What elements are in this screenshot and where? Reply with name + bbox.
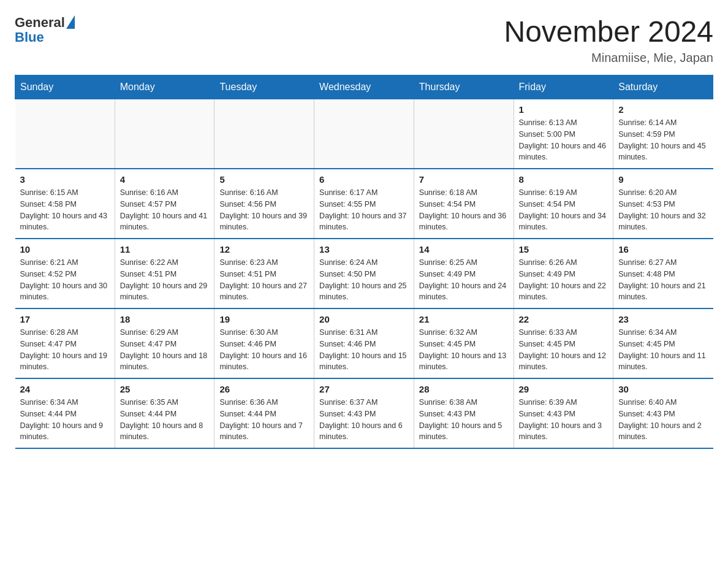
calendar-cell: 13Sunrise: 6:24 AMSunset: 4:50 PMDayligh… [314,239,414,308]
calendar-cell: 4Sunrise: 6:16 AMSunset: 4:57 PMDaylight… [115,169,214,239]
day-number: 27 [319,384,409,394]
day-info: Sunrise: 6:31 AMSunset: 4:46 PMDaylight:… [319,327,409,373]
day-info: Sunrise: 6:22 AMSunset: 4:51 PMDaylight:… [120,257,210,303]
day-info: Sunrise: 6:35 AMSunset: 4:44 PMDaylight:… [120,397,210,443]
calendar-cell: 22Sunrise: 6:33 AMSunset: 4:45 PMDayligh… [514,308,613,378]
day-number: 4 [120,174,210,185]
calendar-cell: 30Sunrise: 6:40 AMSunset: 4:43 PMDayligh… [613,378,713,448]
calendar-cell [414,99,514,169]
day-number: 5 [219,174,309,185]
calendar-cell: 6Sunrise: 6:17 AMSunset: 4:55 PMDaylight… [314,169,414,239]
day-info: Sunrise: 6:14 AMSunset: 4:59 PMDaylight:… [618,117,708,163]
day-number: 26 [219,384,309,394]
calendar-cell: 15Sunrise: 6:26 AMSunset: 4:49 PMDayligh… [514,239,613,308]
day-info: Sunrise: 6:21 AMSunset: 4:52 PMDaylight:… [20,257,110,303]
day-number: 1 [519,104,609,115]
day-info: Sunrise: 6:18 AMSunset: 4:54 PMDaylight:… [419,187,509,233]
weekday-header-row: SundayMondayTuesdayWednesdayThursdayFrid… [15,75,713,99]
day-number: 28 [419,384,509,394]
calendar-cell [15,99,115,169]
calendar-body: 1Sunrise: 6:13 AMSunset: 5:00 PMDaylight… [15,99,713,449]
calendar-week-row: 10Sunrise: 6:21 AMSunset: 4:52 PMDayligh… [15,239,713,308]
calendar-cell [314,99,414,169]
day-number: 18 [120,314,210,324]
weekday-header-saturday: Saturday [613,75,713,99]
day-number: 6 [319,174,409,185]
calendar-table: SundayMondayTuesdayWednesdayThursdayFrid… [15,75,713,449]
calendar-week-row: 3Sunrise: 6:15 AMSunset: 4:58 PMDaylight… [15,169,713,239]
weekday-header-monday: Monday [115,75,214,99]
day-info: Sunrise: 6:23 AMSunset: 4:51 PMDaylight:… [219,257,309,303]
day-info: Sunrise: 6:25 AMSunset: 4:49 PMDaylight:… [419,257,509,303]
calendar-cell: 1Sunrise: 6:13 AMSunset: 5:00 PMDaylight… [514,99,613,169]
weekday-header-thursday: Thursday [414,75,514,99]
day-info: Sunrise: 6:39 AMSunset: 4:43 PMDaylight:… [519,397,609,443]
calendar-cell: 11Sunrise: 6:22 AMSunset: 4:51 PMDayligh… [115,239,214,308]
calendar-cell: 5Sunrise: 6:16 AMSunset: 4:56 PMDaylight… [214,169,314,239]
calendar-cell [214,99,314,169]
weekday-header-wednesday: Wednesday [314,75,414,99]
calendar-week-row: 17Sunrise: 6:28 AMSunset: 4:47 PMDayligh… [15,308,713,378]
month-title: November 2024 [504,15,713,48]
day-number: 21 [419,314,509,324]
day-number: 12 [219,244,309,255]
day-number: 17 [20,314,110,324]
day-info: Sunrise: 6:30 AMSunset: 4:46 PMDaylight:… [219,327,309,373]
day-info: Sunrise: 6:38 AMSunset: 4:43 PMDaylight:… [419,397,509,443]
day-info: Sunrise: 6:24 AMSunset: 4:50 PMDaylight:… [319,257,409,303]
day-info: Sunrise: 6:40 AMSunset: 4:43 PMDaylight:… [618,397,708,443]
day-number: 14 [419,244,509,255]
day-number: 19 [219,314,309,324]
day-number: 16 [618,244,708,255]
day-info: Sunrise: 6:27 AMSunset: 4:48 PMDaylight:… [618,257,708,303]
logo-triangle-icon [66,15,75,29]
logo-general-text: General [15,15,65,31]
day-info: Sunrise: 6:16 AMSunset: 4:57 PMDaylight:… [120,187,210,233]
day-number: 30 [618,384,708,394]
day-info: Sunrise: 6:16 AMSunset: 4:56 PMDaylight:… [219,187,309,233]
logo-blue-text: Blue [15,29,44,45]
day-info: Sunrise: 6:26 AMSunset: 4:49 PMDaylight:… [519,257,609,303]
calendar-cell: 27Sunrise: 6:37 AMSunset: 4:43 PMDayligh… [314,378,414,448]
calendar-cell: 26Sunrise: 6:36 AMSunset: 4:44 PMDayligh… [214,378,314,448]
location-text: Minamiise, Mie, Japan [504,51,713,65]
title-area: November 2024 Minamiise, Mie, Japan [504,15,713,65]
day-info: Sunrise: 6:34 AMSunset: 4:45 PMDaylight:… [618,327,708,373]
day-info: Sunrise: 6:37 AMSunset: 4:43 PMDaylight:… [319,397,409,443]
weekday-header-tuesday: Tuesday [214,75,314,99]
calendar-cell: 28Sunrise: 6:38 AMSunset: 4:43 PMDayligh… [414,378,514,448]
day-info: Sunrise: 6:36 AMSunset: 4:44 PMDaylight:… [219,397,309,443]
calendar-cell: 20Sunrise: 6:31 AMSunset: 4:46 PMDayligh… [314,308,414,378]
day-info: Sunrise: 6:34 AMSunset: 4:44 PMDaylight:… [20,397,110,443]
calendar-week-row: 1Sunrise: 6:13 AMSunset: 5:00 PMDaylight… [15,99,713,169]
day-number: 3 [20,174,110,185]
calendar-cell: 10Sunrise: 6:21 AMSunset: 4:52 PMDayligh… [15,239,115,308]
calendar-cell: 29Sunrise: 6:39 AMSunset: 4:43 PMDayligh… [514,378,613,448]
calendar-week-row: 24Sunrise: 6:34 AMSunset: 4:44 PMDayligh… [15,378,713,448]
calendar-header: SundayMondayTuesdayWednesdayThursdayFrid… [15,75,713,99]
day-number: 20 [319,314,409,324]
calendar-cell: 12Sunrise: 6:23 AMSunset: 4:51 PMDayligh… [214,239,314,308]
calendar-cell: 7Sunrise: 6:18 AMSunset: 4:54 PMDaylight… [414,169,514,239]
calendar-cell: 25Sunrise: 6:35 AMSunset: 4:44 PMDayligh… [115,378,214,448]
day-number: 9 [618,174,708,185]
day-info: Sunrise: 6:13 AMSunset: 5:00 PMDaylight:… [519,117,609,163]
calendar-cell: 16Sunrise: 6:27 AMSunset: 4:48 PMDayligh… [613,239,713,308]
calendar-cell: 14Sunrise: 6:25 AMSunset: 4:49 PMDayligh… [414,239,514,308]
day-info: Sunrise: 6:29 AMSunset: 4:47 PMDaylight:… [120,327,210,373]
day-info: Sunrise: 6:28 AMSunset: 4:47 PMDaylight:… [20,327,110,373]
calendar-cell: 23Sunrise: 6:34 AMSunset: 4:45 PMDayligh… [613,308,713,378]
calendar-cell: 19Sunrise: 6:30 AMSunset: 4:46 PMDayligh… [214,308,314,378]
day-number: 15 [519,244,609,255]
day-number: 11 [120,244,210,255]
day-info: Sunrise: 6:19 AMSunset: 4:54 PMDaylight:… [519,187,609,233]
day-number: 7 [419,174,509,185]
day-number: 24 [20,384,110,394]
day-number: 10 [20,244,110,255]
weekday-header-sunday: Sunday [15,75,115,99]
calendar-cell: 3Sunrise: 6:15 AMSunset: 4:58 PMDaylight… [15,169,115,239]
calendar-cell [115,99,214,169]
calendar-cell: 17Sunrise: 6:28 AMSunset: 4:47 PMDayligh… [15,308,115,378]
calendar-cell: 9Sunrise: 6:20 AMSunset: 4:53 PMDaylight… [613,169,713,239]
day-info: Sunrise: 6:32 AMSunset: 4:45 PMDaylight:… [419,327,509,373]
